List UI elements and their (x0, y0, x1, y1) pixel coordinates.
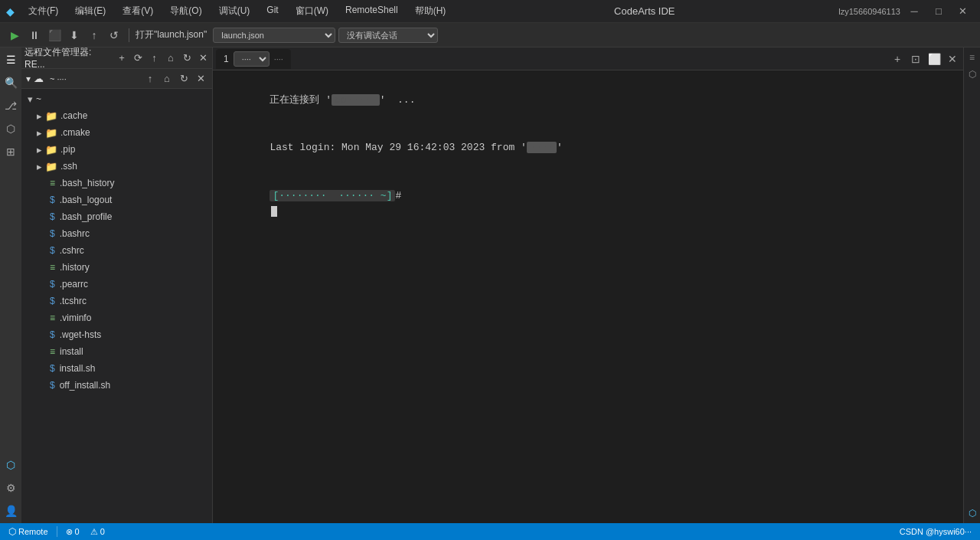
step-out-button[interactable]: ↑ (86, 27, 103, 44)
run-env-select[interactable]: 没有调试会话 (338, 28, 438, 43)
close-button[interactable]: ✕ (952, 4, 974, 19)
activity-explorer[interactable]: ☰ (2, 51, 20, 69)
activity-extensions[interactable]: ⊞ (2, 142, 20, 161)
sidebar-home-btn[interactable]: ⌂ (165, 51, 176, 65)
menu-edit[interactable]: 编辑(E) (70, 3, 110, 19)
tree-item-cache[interactable]: ▸ 📁 .cache (21, 107, 212, 124)
tree-item-bash-history[interactable]: ≡ .bash_history (21, 175, 212, 191)
restart-button[interactable]: ↺ (106, 27, 122, 44)
activity-remote[interactable]: ⬡ (2, 456, 20, 474)
maximize-button[interactable]: □ (928, 4, 949, 19)
terminal-actions: + ⊡ ⬜ ✕ (890, 51, 960, 67)
terminal-content[interactable]: 正在连接到 'ec·····' ... Last login: Mon May … (213, 70, 963, 523)
right-icon-2[interactable]: ⬡ (965, 67, 979, 81)
terminal-maximize-btn[interactable]: ⬜ (926, 51, 942, 67)
activity-account[interactable]: 👤 (2, 502, 20, 520)
item-label-install-sh: install.sh (60, 363, 96, 374)
activity-search[interactable]: 🔍 (2, 74, 20, 92)
right-icon-1[interactable]: ≡ (965, 51, 979, 64)
item-label-pip: .pip (60, 144, 75, 155)
tree-item-install[interactable]: ≡ install (21, 343, 212, 360)
error-count: 0 (75, 527, 80, 536)
titlebar-left: ◆ 文件(F) 编辑(E) 查看(V) 导航(O) 调试(U) Git 窗口(W… (6, 3, 450, 19)
stop-button[interactable]: ⬛ (46, 27, 63, 44)
folder-expand-icon-cmake: ▸ (37, 127, 42, 139)
warning-status[interactable]: ⚠ 0 (88, 527, 107, 537)
status-separator (57, 526, 57, 537)
sidebar-up-btn[interactable]: ↑ (149, 51, 160, 65)
tree-item-history[interactable]: ≡ .history (21, 259, 212, 276)
root-expand-icon: ▾ (28, 93, 33, 105)
folder-icon-pip: 📁 (45, 144, 57, 155)
tree-item-bash-logout[interactable]: $ .bash_logout (21, 191, 212, 208)
sidebar-upload-btn[interactable]: ↑ (143, 72, 157, 86)
remote-label: Remote (18, 527, 48, 536)
tree-item-bash-profile[interactable]: $ .bash_profile (21, 208, 212, 225)
sidebar-add-btn[interactable]: + (116, 51, 127, 65)
tree-item-viminfo[interactable]: ≡ .viminfo (21, 309, 212, 326)
warning-icon: ⚠ (90, 527, 98, 537)
tree-item-tcshrc[interactable]: $ .tcshrc (21, 293, 212, 309)
right-icon-bottom[interactable]: ⬡ (965, 506, 979, 520)
menu-view[interactable]: 查看(V) (118, 3, 158, 19)
csdn-text: CSDN @hyswi60··· (900, 527, 972, 536)
tree-item-off-install-sh[interactable]: $ off_install.sh (21, 377, 212, 394)
tree-item-wget-hsts[interactable]: $ .wget-hsts (21, 326, 212, 343)
menu-debug[interactable]: 调试(U) (214, 3, 255, 19)
terminal-close-btn[interactable]: ✕ (945, 51, 960, 67)
error-status[interactable]: ⊗ 0 (64, 527, 82, 537)
text-icon-viminfo: ≡ (50, 313, 55, 323)
activity-debug[interactable]: ⬡ (2, 119, 20, 138)
tree-root[interactable]: ▾ ~ (21, 90, 212, 107)
app-icon: ◆ (6, 5, 15, 18)
activity-settings[interactable]: ⚙ (2, 479, 20, 497)
tree-item-pip[interactable]: ▸ 📁 .pip (21, 141, 212, 158)
right-panel: 1 ···· ···· + ⊡ ⬜ ✕ 正在连接到 'ec·····' ... … (213, 47, 963, 523)
dollar-icon-pearrc: $ (50, 279, 55, 290)
sidebar-home-btn2[interactable]: ⌂ (160, 72, 174, 86)
statusbar-left: ⬡ Remote ⊗ 0 ⚠ 0 (6, 526, 107, 537)
terminal-add-btn[interactable]: + (890, 51, 905, 67)
menu-window[interactable]: 窗口(W) (291, 3, 333, 19)
tree-item-pearrc[interactable]: $ .pearrc (21, 276, 212, 293)
sidebar-close-btn2[interactable]: ✕ (194, 72, 207, 86)
run-config-select[interactable]: launch.json (213, 28, 335, 43)
step-over-button[interactable]: ⬇ (66, 27, 83, 44)
pause-button[interactable]: ⏸ (26, 27, 43, 44)
tree-item-cshrc[interactable]: $ .cshrc (21, 242, 212, 259)
run-toolbar: ▶ ⏸ ⬛ ⬇ ↑ ↺ 打开"launch.json" launch.json … (0, 23, 980, 47)
remote-indicator[interactable]: ⬡ Remote (6, 526, 51, 537)
tree-item-ssh[interactable]: ▸ 📁 .ssh (21, 158, 212, 175)
activity-git[interactable]: ⎇ (2, 97, 20, 115)
sidebar-sync-btn[interactable]: ↻ (181, 51, 192, 65)
statusbar-right: CSDN @hyswi60··· (897, 527, 974, 536)
run-button[interactable]: ▶ (6, 27, 23, 44)
sidebar-close-btn[interactable]: ✕ (198, 51, 209, 65)
last-login-text: Last login: Mon May 29 16:42:03 2023 fro… (270, 142, 526, 153)
minimize-button[interactable]: ─ (903, 4, 925, 19)
item-label-cshrc: .cshrc (60, 245, 84, 256)
terminal-prompt-masked: [········ ······ ~] (270, 190, 395, 201)
item-label-viminfo: .viminfo (60, 313, 91, 323)
tree-item-bashrc[interactable]: $ .bashrc (21, 225, 212, 242)
menu-remote[interactable]: RemoteShell (341, 3, 403, 19)
tree-item-install-sh[interactable]: $ install.sh (21, 360, 212, 377)
item-label-tcshrc: .tcshrc (60, 296, 87, 306)
folder-expand-icon-ssh: ▸ (37, 161, 42, 172)
sidebar-sync-btn2[interactable]: ↻ (177, 72, 191, 86)
terminal-shell-select[interactable]: ···· (234, 51, 270, 67)
sidebar-collapse-icon[interactable]: ▾ (26, 74, 31, 84)
menu-help[interactable]: 帮助(H) (410, 3, 451, 19)
terminal-split-btn[interactable]: ⊡ (908, 51, 923, 67)
terminal-tab-1[interactable]: 1 ···· ···· (216, 49, 291, 69)
titlebar-right: lzy15660946113 ─ □ ✕ (838, 4, 974, 19)
root-label: ~ (36, 93, 41, 104)
csdn-label[interactable]: CSDN @hyswi60··· (897, 527, 974, 536)
terminal-line-2: Last login: Mon May 29 16:42:03 2023 fro… (222, 124, 954, 172)
sidebar-refresh-btn[interactable]: ⟳ (132, 51, 144, 65)
menu-git[interactable]: Git (262, 3, 283, 19)
tree-item-cmake[interactable]: ▸ 📁 .cmake (21, 124, 212, 141)
connecting-suffix: ' ... (380, 94, 416, 106)
menu-file[interactable]: 文件(F) (24, 3, 63, 19)
menu-nav[interactable]: 导航(O) (165, 3, 206, 19)
